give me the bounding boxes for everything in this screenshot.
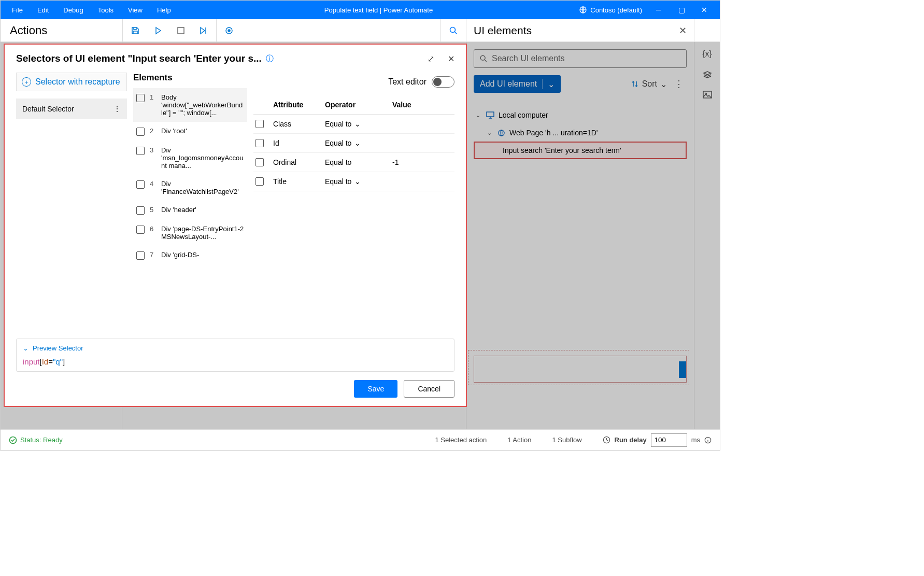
window-minimize[interactable]: ─	[647, 6, 670, 14]
check-circle-icon	[9, 436, 17, 444]
more-icon[interactable]: ⋮	[113, 105, 121, 113]
checkbox[interactable]	[136, 128, 145, 136]
element-row[interactable]: 3Div 'msn_logomsnmoneyAccount mana...	[133, 141, 247, 175]
element-row[interactable]: 2Div 'root'	[133, 122, 247, 141]
close-panel-icon[interactable]: ✕	[679, 25, 687, 36]
attribute-name: Class	[273, 120, 320, 128]
checkbox[interactable]	[136, 180, 145, 189]
element-row[interactable]: 1Body 'window["_webWorkerBundle"] = ""; …	[133, 88, 247, 122]
close-dialog-icon[interactable]: ✕	[448, 54, 454, 64]
plus-circle-icon: +	[22, 77, 31, 87]
element-row[interactable]: 6Div 'page-DS-EntryPoint1-2 MSNewsLayout…	[133, 220, 247, 246]
status-selected-action: 1 Selected action	[435, 436, 487, 444]
chevron-down-icon: ⌄	[354, 177, 361, 186]
chevron-down-icon: ⌄	[487, 130, 493, 136]
menu-file[interactable]: File	[5, 3, 30, 17]
environment-selector[interactable]: Contoso (default)	[579, 6, 642, 14]
info-icon[interactable]	[704, 437, 712, 444]
info-icon[interactable]: ⓘ	[266, 54, 274, 64]
checkbox[interactable]	[255, 120, 264, 128]
checkbox[interactable]	[255, 139, 264, 147]
svg-rect-1	[178, 27, 184, 34]
checkbox[interactable]	[255, 158, 264, 166]
chevron-down-icon: ⌄	[354, 139, 361, 147]
tree-label: Local computer	[499, 111, 548, 119]
menu-tools[interactable]: Tools	[91, 3, 121, 17]
operator-select[interactable]: Equal to ⌄	[325, 139, 387, 147]
step-icon[interactable]	[197, 24, 210, 37]
element-row[interactable]: 5Div 'header'	[133, 201, 247, 220]
titlebar: File Edit Debug Tools View Help Populate…	[1, 1, 720, 19]
search-ui-elements-input[interactable]: Search UI elements	[474, 49, 687, 68]
attribute-column: Attribute	[273, 101, 320, 109]
preview-selector-toggle[interactable]: ⌄ Preview Selector	[23, 344, 448, 352]
chevron-down-icon: ⌄	[354, 120, 361, 128]
tree-local-computer[interactable]: ⌄ Local computer	[474, 106, 687, 124]
sort-label: Sort	[642, 79, 657, 89]
element-preview-thumbnail	[474, 356, 687, 383]
elements-header: Elements	[133, 73, 247, 83]
default-selector-label: Default Selector	[22, 105, 74, 113]
checkbox[interactable]	[255, 177, 264, 186]
selector-with-recapture-button[interactable]: + Selector with recapture	[16, 73, 127, 91]
element-row[interactable]: 4Div 'FinanceWatchlistPageV2'	[133, 175, 247, 201]
ui-elements-icon[interactable]	[703, 70, 712, 79]
attribute-name: Id	[273, 139, 320, 147]
actions-panel-title: Actions	[1, 24, 122, 37]
run-icon[interactable]	[152, 24, 164, 37]
run-delay-input[interactable]	[651, 433, 687, 447]
menu-view[interactable]: View	[121, 3, 150, 17]
menu-edit[interactable]: Edit	[30, 3, 56, 17]
element-index: 4	[150, 180, 156, 188]
search-button[interactable]	[440, 19, 466, 41]
status-subflow-count: 1 Subflow	[552, 436, 581, 444]
window-title: Populate text field | Power Automate	[178, 6, 579, 14]
checkbox[interactable]	[136, 147, 145, 155]
checkbox[interactable]	[136, 251, 145, 260]
sort-icon	[631, 80, 639, 88]
element-text: Div 'page-DS-EntryPoint1-2 MSNewsLayout-…	[161, 225, 244, 241]
main-menu: File Edit Debug Tools View Help	[5, 3, 178, 17]
checkbox[interactable]	[136, 206, 145, 215]
stop-icon[interactable]	[175, 24, 187, 37]
dialog-title: Selectors of UI element "Input search 'E…	[16, 53, 262, 64]
attribute-name: Title	[273, 177, 320, 186]
tree-web-page[interactable]: ⌄ Web Page 'h ... uration=1D'	[474, 124, 687, 142]
checkbox[interactable]	[136, 94, 145, 102]
operator-select[interactable]: Equal to ⌄	[325, 177, 387, 186]
element-text: Body 'window["_webWorkerBundle"] = ""; w…	[161, 93, 244, 117]
record-icon[interactable]	[223, 24, 235, 37]
add-ui-element-button[interactable]: Add UI element ⌄	[474, 75, 561, 93]
window-close[interactable]: ✕	[693, 6, 716, 14]
search-placeholder: Search UI elements	[492, 54, 565, 63]
checkbox[interactable]	[136, 226, 145, 234]
chevron-down-icon: ⌄	[476, 112, 482, 119]
default-selector-item[interactable]: Default Selector ⋮	[16, 99, 127, 119]
element-row[interactable]: 7Div 'grid-DS-	[133, 246, 247, 265]
cancel-button[interactable]: Cancel	[404, 380, 454, 398]
variables-icon[interactable]: {x}	[702, 49, 712, 59]
more-options[interactable]: ⋮	[671, 78, 687, 90]
save-button[interactable]: Save	[354, 380, 397, 398]
chevron-down-icon[interactable]: ⌄	[542, 79, 555, 89]
attribute-value[interactable]: -1	[392, 158, 452, 166]
maximize-dialog-icon[interactable]: ⤢	[428, 54, 434, 64]
text-editor-toggle[interactable]	[432, 76, 454, 88]
element-text: Div 'msn_logomsnmoneyAccount mana...	[161, 146, 244, 170]
value-column: Value	[392, 101, 452, 109]
sort-button[interactable]: Sort ⌄	[631, 79, 667, 89]
selectors-dialog: Selectors of UI element "Input search 'E…	[4, 44, 467, 407]
save-icon[interactable]	[129, 24, 141, 37]
operator-select: Equal to	[325, 158, 387, 166]
images-icon[interactable]	[703, 91, 712, 99]
status-bar: Status: Ready 1 Selected action 1 Action…	[1, 429, 720, 450]
menu-debug[interactable]: Debug	[56, 3, 90, 17]
window-maximize[interactable]: ▢	[670, 6, 693, 14]
operator-select[interactable]: Equal to ⌄	[325, 120, 387, 128]
menu-help[interactable]: Help	[150, 3, 178, 17]
element-index: 1	[150, 93, 156, 101]
tree-input-search-element[interactable]: Input search 'Enter your search term'	[474, 142, 687, 159]
status-action-count: 1 Action	[507, 436, 531, 444]
run-delay-unit: ms	[691, 436, 700, 444]
add-ui-element-label: Add UI element	[480, 79, 537, 89]
